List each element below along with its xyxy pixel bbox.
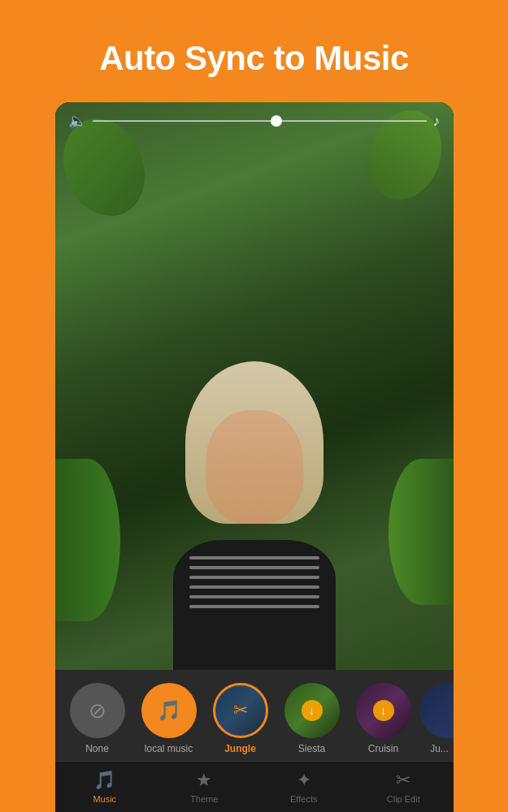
nav-item-music[interactable]: 🎵 Music <box>55 762 155 812</box>
music-icon: 🎵 <box>157 699 181 722</box>
jungle-label: Jungle <box>224 743 256 754</box>
local-music-icon-circle: 🎵 <box>141 683 197 738</box>
siesta-download-badge: ↓ <box>302 700 323 721</box>
none-icon: ⊘ <box>89 698 106 723</box>
none-icon-circle: ⊘ <box>70 683 125 738</box>
cruisin-label: Cruisin <box>368 743 398 754</box>
partial-circle <box>419 683 454 738</box>
music-note-icon: ♪ <box>433 113 441 130</box>
stripe <box>189 605 319 608</box>
phone-container: 🔈 ♪ ⊘ None 🎵 local music <box>55 102 454 812</box>
page-title: Auto Sync to Music <box>99 39 409 78</box>
music-item-jungle[interactable]: ✂ Jungle <box>205 683 276 754</box>
jungle-icon-circle: ✂ <box>213 683 268 738</box>
download-icon: ↓ <box>309 704 315 717</box>
music-items-list: ⊘ None 🎵 local music ✂ Jungle <box>55 683 454 754</box>
volume-icon[interactable]: 🔈 <box>68 112 86 130</box>
download-icon: ↓ <box>380 704 386 717</box>
music-nav-label: Music <box>93 794 116 804</box>
clip-edit-nav-label: Clip Edit <box>387 794 420 804</box>
slider-thumb[interactable] <box>271 115 282 127</box>
music-selector: ⊘ None 🎵 local music ✂ Jungle <box>55 670 454 761</box>
clip-edit-nav-icon: ✂ <box>396 770 410 791</box>
shirt-stripes <box>189 556 319 654</box>
partial-icon-circle <box>419 683 454 738</box>
cruisin-icon-circle: ↓ <box>356 683 411 738</box>
header: Auto Sync to Music <box>0 0 508 102</box>
stripe <box>189 585 319 589</box>
music-item-partial[interactable]: Ju... <box>419 683 454 754</box>
theme-nav-label: Theme <box>190 794 218 804</box>
jungle-icon: ✂ <box>233 700 248 721</box>
bottom-navigation: 🎵 Music ★ Theme ✦ Effects ✂ Clip Edit <box>55 761 454 812</box>
music-nav-icon: 🎵 <box>93 770 115 791</box>
nav-item-theme[interactable]: ★ Theme <box>154 762 254 812</box>
stripe <box>189 556 319 559</box>
music-item-cruisin[interactable]: ↓ Cruisin <box>348 683 419 754</box>
stripe <box>189 566 319 569</box>
person-silhouette <box>141 361 368 670</box>
music-item-none[interactable]: ⊘ None <box>62 683 133 754</box>
local-music-label: local music <box>145 743 193 754</box>
nav-item-clip-edit[interactable]: ✂ Clip Edit <box>354 762 454 812</box>
siesta-label: Siesta <box>298 743 325 754</box>
effects-nav-icon: ✦ <box>297 770 311 791</box>
volume-slider[interactable] <box>93 120 427 122</box>
none-label: None <box>85 743 109 754</box>
siesta-icon-circle: ↓ <box>284 683 340 738</box>
partial-label: Ju... <box>430 743 449 754</box>
video-controls: 🔈 ♪ <box>55 102 454 140</box>
video-background: 🔈 ♪ <box>55 102 454 670</box>
leaf-decoration <box>389 459 454 605</box>
music-item-local[interactable]: 🎵 local music <box>133 683 205 754</box>
video-area: 🔈 ♪ <box>55 102 454 670</box>
music-item-siesta[interactable]: ↓ Siesta <box>276 683 348 754</box>
theme-nav-icon: ★ <box>196 770 212 791</box>
leaf-decoration <box>55 459 120 621</box>
nav-item-effects[interactable]: ✦ Effects <box>254 762 354 812</box>
body <box>173 540 336 670</box>
face <box>206 410 303 524</box>
effects-nav-label: Effects <box>290 794 317 804</box>
stripe <box>189 595 319 598</box>
cruisin-download-badge: ↓ <box>373 700 394 721</box>
stripe <box>189 576 319 579</box>
